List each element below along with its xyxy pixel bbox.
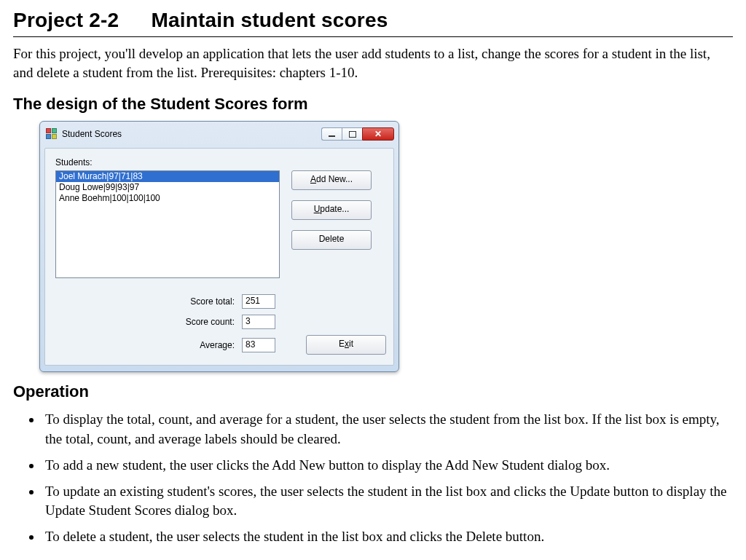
list-item[interactable]: Joel Murach|97|71|83 [56,171,279,182]
operation-heading: Operation [13,382,733,401]
update-mnemonic: U [314,204,321,214]
minimize-button[interactable] [321,127,342,141]
add-new-button[interactable]: Add New... [291,170,372,190]
average-label: Average: [55,340,242,350]
operation-item: To delete a student, the user selects th… [42,527,733,546]
exit-button[interactable]: Exit [306,335,386,355]
project-title: Maintain student scores [151,9,388,31]
score-total-label: Score total: [55,296,242,307]
add-new-mnemonic: A [310,174,316,184]
operation-item: To display the total, count, and average… [42,410,733,448]
window-title: Student Scores [62,129,122,139]
update-rest: pdate... [320,204,349,214]
title-rule [13,36,733,37]
design-heading: The design of the Student Scores form [13,95,733,114]
maximize-button[interactable] [342,127,362,141]
minimize-icon [329,135,335,137]
students-label: Students: [55,157,383,167]
caption-buttons: ✕ [321,127,394,141]
maximize-icon [349,131,356,138]
operation-item: To add a new student, the user clicks th… [42,456,733,475]
window-titlebar[interactable]: Student Scores ✕ [40,122,398,145]
student-scores-window: Student Scores ✕ Students: Joel Murach|9… [39,121,399,372]
project-code: Project 2-2 [13,9,119,31]
list-item[interactable]: Anne Boehm|100|100|100 [56,193,279,204]
intro-paragraph: For this project, you'll develop an appl… [13,44,733,82]
operation-item: To update an existing student's scores, … [42,482,733,520]
operation-list: To display the total, count, and average… [13,410,733,546]
close-button[interactable]: ✕ [362,127,394,141]
app-icon [46,128,58,140]
close-icon: ✕ [374,130,382,138]
students-listbox[interactable]: Joel Murach|97|71|83Doug Lowe|99|93|97An… [55,170,280,278]
delete-button[interactable]: Delete [291,230,372,250]
list-item[interactable]: Doug Lowe|99|93|97 [56,182,279,193]
window-client-area: Students: Joel Murach|97|71|83Doug Lowe|… [44,148,394,366]
score-count-label: Score count: [55,317,242,327]
page-title: Project 2-2Maintain student scores [13,9,733,32]
exit-mnemonic: x [345,339,349,349]
score-count-value: 3 [242,315,275,329]
average-value: 83 [242,338,275,352]
add-new-rest: dd New... [316,174,353,184]
score-total-value: 251 [242,294,275,309]
update-button[interactable]: Update... [291,200,372,220]
